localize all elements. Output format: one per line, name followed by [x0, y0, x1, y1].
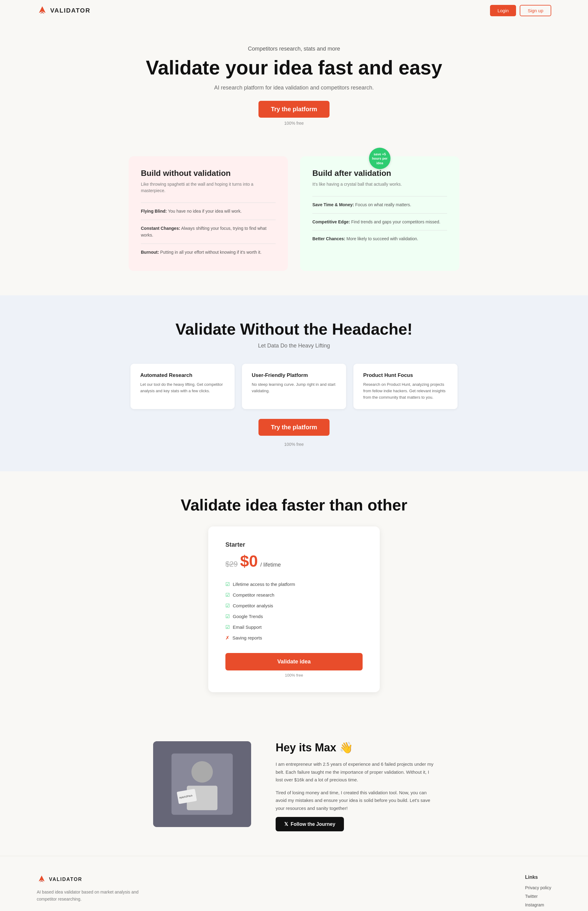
footer-desc: AI based idea validator based on market … [37, 888, 147, 903]
follow-icon: 𝕏 [284, 821, 288, 827]
nav-buttons: Login Sign up [490, 5, 551, 16]
with-item-3: Better Chances: More likely to succeed w… [312, 235, 447, 242]
with-item-1: Save Time & Money: Focus on what really … [312, 201, 447, 208]
feature-1-title: Automated Research [140, 372, 225, 379]
check-icon-2: ☑ [225, 592, 230, 598]
features-grid: Automated Research Let our tool do the h… [37, 364, 551, 409]
footer-logo-icon [37, 875, 47, 884]
headache-free-label: 100% free [37, 442, 551, 447]
with-item-2: Competitive Edge: Find trends and gaps y… [312, 218, 447, 225]
follow-label: Follow the Journey [291, 822, 335, 827]
footer-logo-area: VALIDATOR [37, 875, 147, 884]
validate-idea-button[interactable]: Validate idea [225, 653, 363, 670]
footer-brand-name: VALIDATOR [49, 877, 82, 882]
signup-button[interactable]: Sign up [520, 5, 551, 16]
logo-area: VALIDATOR [37, 5, 90, 16]
without-validation-card: Build without validation Like throwing s… [129, 156, 288, 271]
hero-description: AI research platform for idea validation… [37, 84, 551, 91]
check-icon-1: ☑ [225, 581, 230, 587]
about-image-placeholder: #pitch2Pitch [153, 741, 251, 827]
feature-1-desc: Let our tool do the heavy lifting. Get c… [140, 382, 225, 394]
check-icon-4: ☑ [225, 613, 230, 619]
about-para-2: Tired of losing money and time, I create… [276, 789, 435, 812]
headache-section: Validate Without the Headache! Let Data … [0, 295, 588, 471]
with-subtitle: It's like having a crystal ball that act… [312, 181, 447, 188]
footer-link-1[interactable]: Privacy policy [525, 885, 551, 890]
feature-3-desc: Research on Product Hunt, analyzing proj… [363, 382, 448, 401]
feature-2-title: User-Friendly Platform [252, 372, 336, 379]
headache-cta-button[interactable]: Try the platform [258, 419, 329, 436]
check-icon-5: ☑ [225, 624, 230, 630]
pricing-card: Starter $29 $0 / lifetime ☑ Lifetime acc… [208, 526, 380, 692]
footer-left: VALIDATOR AI based idea validator based … [37, 875, 147, 911]
feature-card-1: Automated Research Let our tool do the h… [131, 364, 234, 409]
about-para-1: I am entrepreneur with 2.5 years of expe… [276, 760, 435, 784]
footer-link-2[interactable]: Twitter [525, 893, 551, 899]
hero-cta-button[interactable]: Try the platform [258, 101, 329, 118]
price-period: / lifetime [260, 561, 281, 568]
headache-title: Validate Without the Headache! [37, 320, 551, 338]
footer-right: Links Privacy policy Twitter Instagram [525, 875, 551, 911]
follow-journey-button[interactable]: 𝕏 Follow the Journey [276, 817, 344, 831]
logo-icon [37, 5, 48, 16]
save-badge: save +5 hours per idea [369, 148, 391, 169]
feature-card-3: Product Hunt Focus Research on Product H… [354, 364, 457, 409]
without-item-1: Flying Blind: You have no idea if your i… [141, 208, 276, 215]
navbar: VALIDATOR Login Sign up [0, 0, 588, 21]
pricing-feature-6: ✗ Saving reports [225, 633, 363, 643]
feature-2-desc: No steep learning curve. Jump right in a… [252, 382, 336, 394]
footer-link-3[interactable]: Instagram [525, 902, 551, 908]
headache-subtitle: Let Data Do the Heavy Lifting [37, 343, 551, 349]
pricing-price: $29 $0 / lifetime [225, 552, 363, 570]
hero-free-label: 100% free [37, 121, 551, 126]
hero-section: Competitors research, stats and more Val… [0, 21, 588, 144]
check-icon-3: ☑ [225, 603, 230, 608]
about-image: #pitch2Pitch [153, 741, 251, 827]
svg-point-4 [191, 761, 213, 783]
pricing-feature-4: ☑ Google Trends [225, 611, 363, 622]
plan-name: Starter [225, 541, 363, 548]
feature-card-2: User-Friendly Platform No steep learning… [242, 364, 346, 409]
without-title: Build without validation [141, 168, 276, 178]
footer-links-title: Links [525, 875, 551, 880]
brand-name: VALIDATOR [50, 7, 90, 14]
pricing-feature-3: ☑ Competitor analysis [225, 600, 363, 611]
without-item-3: Burnout: Putting in all your effort with… [141, 249, 276, 256]
hero-title: Validate your idea fast and easy [37, 57, 551, 78]
pricing-feature-2: ☑ Competitor research [225, 589, 363, 600]
footer-links-list: Privacy policy Twitter Instagram [525, 885, 551, 908]
x-icon-6: ✗ [225, 635, 229, 641]
pricing-features-list: ☑ Lifetime access to the platform ☑ Comp… [225, 579, 363, 643]
footer: VALIDATOR AI based idea validator based … [0, 856, 588, 911]
feature-3-title: Product Hunt Focus [363, 372, 448, 379]
price-old: $29 [225, 560, 237, 568]
without-item-2: Constant Changes: Always shifting your f… [141, 225, 276, 239]
hero-subtitle: Competitors research, stats and more [37, 46, 551, 52]
pricing-title: Validate idea faster than other [37, 496, 551, 514]
about-section: #pitch2Pitch Hey its Max 👋 I am entrepre… [0, 717, 588, 856]
pricing-feature-1: ☑ Lifetime access to the platform [225, 579, 363, 589]
login-button[interactable]: Login [490, 5, 516, 16]
comparison-section: Build without validation Like throwing s… [0, 144, 588, 295]
price-new: $0 [240, 552, 258, 570]
pricing-feature-5: ☑ Email Support [225, 622, 363, 633]
with-title: Build after validation [312, 168, 447, 178]
pricing-section: Validate idea faster than other Starter … [0, 471, 588, 717]
about-content: Hey its Max 👋 I am entrepreneur with 2.5… [276, 741, 435, 831]
with-validation-card: save +5 hours per idea Build after valid… [300, 156, 459, 271]
without-subtitle: Like throwing spaghetti at the wall and … [141, 181, 276, 194]
pricing-free-label: 100% free [225, 673, 363, 678]
about-title: Hey its Max 👋 [276, 741, 435, 754]
